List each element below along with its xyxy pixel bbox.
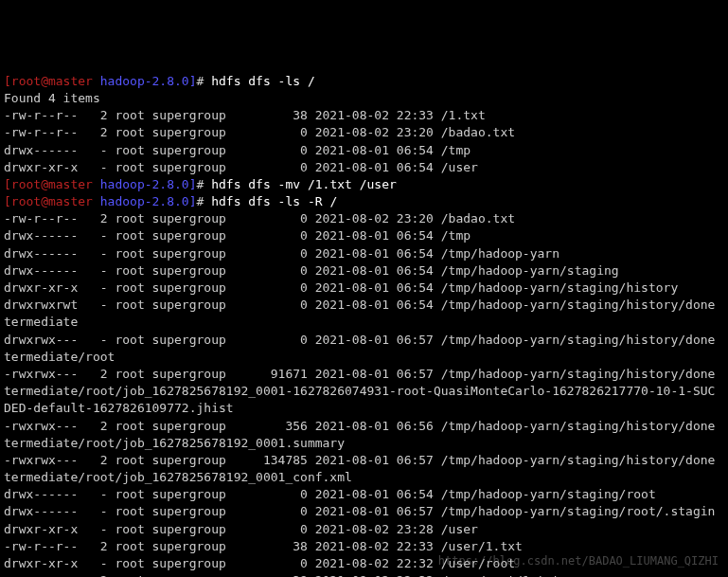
ls-row: -rw-r--r-- 2 root supergroup 38 2021-08-… <box>4 573 559 577</box>
command-3: hdfs dfs -ls -R / <box>211 194 337 208</box>
prompt-symbol: # <box>197 74 212 88</box>
command-1: hdfs dfs -ls / <box>211 74 315 88</box>
found-line: Found 4 items <box>4 91 100 105</box>
ls-row: drwx------ - root supergroup 0 2021-08-0… <box>4 228 471 243</box>
ls-row: -rw-r--r-- 2 root supergroup 0 2021-08-0… <box>4 211 515 225</box>
ls-row: -rw-r--r-- 2 root supergroup 0 2021-08-0… <box>4 125 515 139</box>
terminal-output[interactable]: [root@master hadoop-2.8.0]# hdfs dfs -ls… <box>4 73 724 577</box>
command-2: hdfs dfs -mv /1.txt /user <box>211 177 397 191</box>
ls-row: -rw-r--r-- 2 root supergroup 38 2021-08-… <box>4 108 486 122</box>
ls-row: drwx------ - root supergroup 0 2021-08-0… <box>4 487 656 501</box>
ls-row: drwxr-xr-x - root supergroup 0 2021-08-0… <box>4 522 478 536</box>
ls-row: drwxr-xr-x - root supergroup 0 2021-08-0… <box>4 160 478 174</box>
prompt-user: [root@master <box>4 177 93 191</box>
ls-row: drwx------ - root supergroup 0 2021-08-0… <box>4 504 715 518</box>
prompt-dir: hadoop-2.8.0] <box>93 74 197 88</box>
prompt-symbol: # <box>197 177 212 191</box>
ls-row: drwxrwxrwt - root supergroup 0 2021-08-0… <box>4 298 715 329</box>
ls-row: drwx------ - root supergroup 0 2021-08-0… <box>4 246 559 261</box>
ls-row: drwxrwx--- - root supergroup 0 2021-08-0… <box>4 333 715 364</box>
prompt-dir: hadoop-2.8.0] <box>93 177 197 191</box>
ls-row: drwx------ - root supergroup 0 2021-08-0… <box>4 143 471 157</box>
ls-row: -rw-r--r-- 2 root supergroup 38 2021-08-… <box>4 539 523 553</box>
prompt-user: [root@master <box>4 194 93 208</box>
ls-row: -rwxrwx--- 2 root supergroup 91671 2021-… <box>4 367 715 415</box>
prompt-user: [root@master <box>4 74 93 88</box>
prompt-dir: hadoop-2.8.0] <box>93 194 197 208</box>
ls-row: drwx------ - root supergroup 0 2021-08-0… <box>4 263 619 278</box>
ls-row: -rwxrwx--- 2 root supergroup 356 2021-08… <box>4 419 715 450</box>
ls-row: -rwxrwx--- 2 root supergroup 134785 2021… <box>4 453 715 484</box>
watermark: https://blog.csdn.net/BADAO_LIUMANG_QIZH… <box>438 553 719 569</box>
prompt-symbol: # <box>197 194 212 208</box>
ls-row: drwxr-xr-x - root supergroup 0 2021-08-0… <box>4 280 678 295</box>
